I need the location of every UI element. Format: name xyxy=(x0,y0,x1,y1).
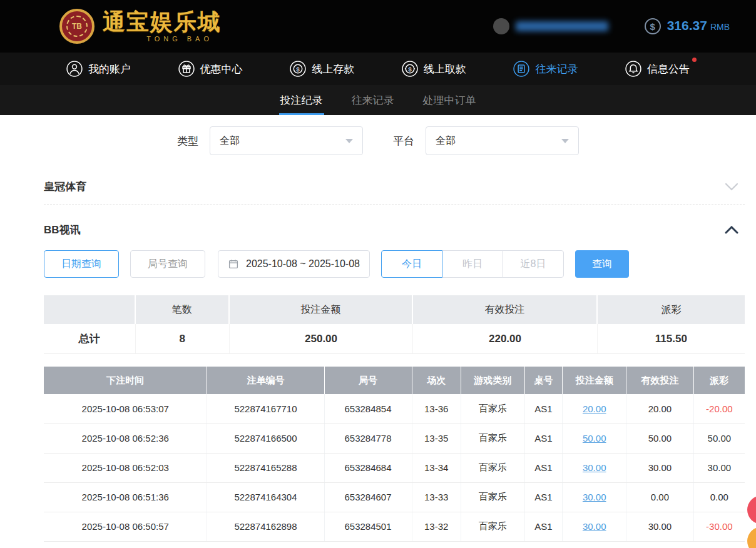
game-type-cell: 百家乐 xyxy=(461,453,524,482)
column-header-time: 下注时间 xyxy=(44,367,207,394)
valid-bet-cell: 50.00 xyxy=(626,424,694,453)
bet-time-cell: 2025-10-08 06:52:36 xyxy=(44,424,207,453)
nav-item-promotions[interactable]: 优惠中心 xyxy=(178,61,243,77)
section-crown-sports[interactable]: 皇冠体育 xyxy=(44,169,745,205)
column-header-game-type: 游戏类别 xyxy=(461,367,524,394)
bet-amount-link[interactable]: 30.00 xyxy=(583,462,606,473)
date-query-button[interactable]: 日期查询 xyxy=(44,250,119,278)
valid-bet-cell: 0.00 xyxy=(626,482,694,512)
chevron-down-icon xyxy=(345,139,353,143)
section-bb-video[interactable]: BB视讯 xyxy=(44,214,745,245)
platform-select[interactable]: 全部 xyxy=(426,126,579,155)
order-no-cell: 522874167710 xyxy=(207,394,324,424)
round-no-cell: 653284684 xyxy=(324,453,412,482)
game-type-cell: 百家乐 xyxy=(461,424,524,453)
nav-item-online-withdrawal[interactable]: $ 线上取款 xyxy=(402,61,466,77)
search-button[interactable]: 查询 xyxy=(575,250,629,278)
bell-icon xyxy=(625,61,641,77)
column-header-round-no: 局号 xyxy=(324,367,412,394)
withdraw-icon: $ xyxy=(402,61,418,77)
type-select[interactable]: 全部 xyxy=(210,126,363,155)
query-bar: 日期查询 局号查询 2025-10-08 ~ 2025-10-08 今日 昨日 … xyxy=(44,250,745,278)
summary-header-empty xyxy=(44,295,136,324)
session-cell: 13-33 xyxy=(412,482,461,512)
session-cell: 13-35 xyxy=(412,424,461,453)
table-row: 2025-10-08 06:52:36 522874166500 6532847… xyxy=(44,424,745,453)
table-no-cell: AS1 xyxy=(524,424,562,453)
valid-bet-cell: 20.00 xyxy=(626,394,694,424)
nav-label: 我的账户 xyxy=(88,62,131,76)
logo-subtitle: TONG BAO xyxy=(146,35,222,43)
bet-amount-link[interactable]: 30.00 xyxy=(583,492,606,502)
bet-amount-link[interactable]: 20.00 xyxy=(583,403,606,414)
user-icon xyxy=(66,61,83,77)
summary-header-payout: 派彩 xyxy=(598,295,745,324)
today-button[interactable]: 今日 xyxy=(381,250,442,278)
site-logo[interactable]: TB 通宝娱乐城 TONG BAO xyxy=(59,9,222,44)
valid-bet-cell: 30.00 xyxy=(626,453,694,482)
game-type-cell: 百家乐 xyxy=(461,394,524,424)
user-avatar[interactable] xyxy=(493,18,509,34)
session-cell: 13-32 xyxy=(412,512,461,541)
balance-currency: RMB xyxy=(710,22,730,32)
round-query-button[interactable]: 局号查询 xyxy=(130,250,205,278)
username-masked xyxy=(516,21,608,31)
payout-cell: 30.00 xyxy=(693,453,745,482)
summary-payout-value: 115.50 xyxy=(598,324,745,354)
order-no-cell: 522874165288 xyxy=(207,453,324,482)
nav-item-transfer-records[interactable]: 往来记录 xyxy=(513,61,578,77)
transfer-record-icon xyxy=(513,61,529,77)
tab-pending-orders[interactable]: 处理中订单 xyxy=(423,85,476,115)
yesterday-button[interactable]: 昨日 xyxy=(442,250,503,278)
balance-amount: 316.37 xyxy=(667,18,707,33)
round-no-cell: 653284778 xyxy=(324,424,412,453)
floating-service-button[interactable] xyxy=(747,495,756,524)
tab-transfer-records[interactable]: 往来记录 xyxy=(352,85,394,115)
round-no-cell: 653284854 xyxy=(324,394,412,424)
tab-label: 处理中订单 xyxy=(423,93,476,108)
payout-cell: -30.00 xyxy=(693,512,745,541)
last-8-days-button[interactable]: 近8日 xyxy=(503,250,564,278)
bet-amount-link[interactable]: 50.00 xyxy=(583,433,606,444)
summary-header-valid-bet: 有效投注 xyxy=(413,295,598,324)
column-header-table-no: 桌号 xyxy=(524,367,562,394)
dollar-circle-icon: $ xyxy=(645,18,661,34)
round-no-cell: 653284501 xyxy=(324,512,412,541)
poker-chip-logo-icon: TB xyxy=(59,9,94,44)
payout-cell: 50.00 xyxy=(693,424,745,453)
nav-label: 优惠中心 xyxy=(200,62,243,76)
order-no-cell: 522874166500 xyxy=(207,424,324,453)
chevron-down-icon xyxy=(561,139,569,143)
balance-display[interactable]: $ 316.37 RMB xyxy=(645,18,730,34)
tab-label: 往来记录 xyxy=(352,93,394,108)
table-row: 2025-10-08 06:53:07 522874167710 6532848… xyxy=(44,394,745,424)
tab-label: 投注纪录 xyxy=(280,93,323,108)
nav-label: 往来记录 xyxy=(535,62,578,76)
calendar-icon xyxy=(228,258,239,270)
column-header-payout: 派彩 xyxy=(693,367,745,394)
date-range-input[interactable]: 2025-10-08 ~ 2025-10-08 xyxy=(218,250,370,278)
chevron-down-icon xyxy=(725,183,745,191)
chevron-up-icon xyxy=(725,226,745,234)
nav-item-online-deposit[interactable]: $ 线上存款 xyxy=(290,61,354,77)
bet-amount-link[interactable]: 30.00 xyxy=(583,521,606,532)
nav-label: 信息公告 xyxy=(647,62,690,76)
valid-bet-cell: 30.00 xyxy=(626,512,694,541)
table-no-cell: AS1 xyxy=(524,512,562,541)
nav-item-announcements[interactable]: 信息公告 xyxy=(625,61,690,77)
top-bar: TB 通宝娱乐城 TONG BAO $ 316.37 RMB xyxy=(0,0,756,53)
type-select-value: 全部 xyxy=(220,134,240,148)
floating-service-button-secondary[interactable] xyxy=(747,527,756,548)
filter-row: 类型 全部 平台 全部 xyxy=(0,126,756,155)
nav-label: 线上取款 xyxy=(424,62,466,76)
nav-item-my-account[interactable]: 我的账户 xyxy=(66,61,131,77)
nav-label: 线上存款 xyxy=(312,62,354,76)
bet-time-cell: 2025-10-08 06:50:57 xyxy=(44,512,207,541)
order-no-cell: 522874162898 xyxy=(207,512,324,541)
logo-title: 通宝娱乐城 xyxy=(103,11,222,33)
session-cell: 13-36 xyxy=(412,394,461,424)
game-type-cell: 百家乐 xyxy=(461,482,524,512)
round-no-cell: 653284607 xyxy=(324,482,412,512)
game-type-cell: 百家乐 xyxy=(461,512,524,541)
tab-bet-records[interactable]: 投注纪录 xyxy=(280,85,323,115)
